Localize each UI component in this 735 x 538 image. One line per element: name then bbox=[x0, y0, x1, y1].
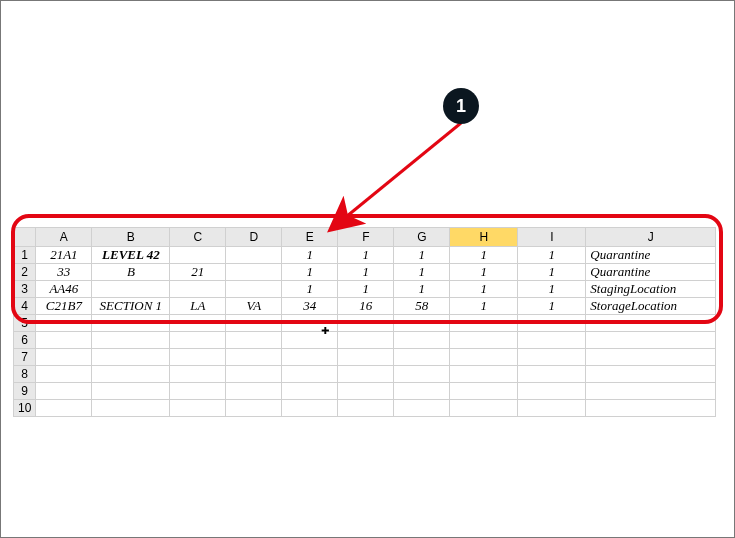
cell-H1[interactable]: 1 bbox=[450, 247, 518, 264]
cell-A5[interactable] bbox=[36, 315, 92, 332]
cell-B10[interactable] bbox=[92, 400, 170, 417]
cell-G6[interactable] bbox=[394, 332, 450, 349]
row-header-7[interactable]: 7 bbox=[14, 349, 36, 366]
cell-E6[interactable] bbox=[282, 332, 338, 349]
row-header-4[interactable]: 4 bbox=[14, 298, 36, 315]
cell-D8[interactable] bbox=[226, 366, 282, 383]
column-header-F[interactable]: F bbox=[338, 228, 394, 247]
cell-A1[interactable]: 21A1 bbox=[36, 247, 92, 264]
cell-C3[interactable] bbox=[170, 281, 226, 298]
cell-J4[interactable]: StorageLocation bbox=[586, 298, 716, 315]
row-header-2[interactable]: 2 bbox=[14, 264, 36, 281]
row-header-1[interactable]: 1 bbox=[14, 247, 36, 264]
cell-D5[interactable] bbox=[226, 315, 282, 332]
cell-C6[interactable] bbox=[170, 332, 226, 349]
cell-E1[interactable]: 1 bbox=[282, 247, 338, 264]
cell-J10[interactable] bbox=[586, 400, 716, 417]
column-header-B[interactable]: B bbox=[92, 228, 170, 247]
cell-I6[interactable] bbox=[518, 332, 586, 349]
row-header-5[interactable]: 5 bbox=[14, 315, 36, 332]
cell-C7[interactable] bbox=[170, 349, 226, 366]
cell-C8[interactable] bbox=[170, 366, 226, 383]
cell-H7[interactable] bbox=[450, 349, 518, 366]
cell-I7[interactable] bbox=[518, 349, 586, 366]
cell-E5[interactable] bbox=[282, 315, 338, 332]
cell-J5[interactable] bbox=[586, 315, 716, 332]
cell-F7[interactable] bbox=[338, 349, 394, 366]
cell-C4[interactable]: LA bbox=[170, 298, 226, 315]
cell-I8[interactable] bbox=[518, 366, 586, 383]
spreadsheet-grid[interactable]: ABCDEFGHIJ 121A1LEVEL 4211111Quarantine2… bbox=[13, 227, 716, 417]
column-header-C[interactable]: C bbox=[170, 228, 226, 247]
select-all-corner[interactable] bbox=[14, 228, 36, 247]
cell-G9[interactable] bbox=[394, 383, 450, 400]
cell-B9[interactable] bbox=[92, 383, 170, 400]
cell-H9[interactable] bbox=[450, 383, 518, 400]
cell-F6[interactable] bbox=[338, 332, 394, 349]
cell-B6[interactable] bbox=[92, 332, 170, 349]
cell-D9[interactable] bbox=[226, 383, 282, 400]
cell-G7[interactable] bbox=[394, 349, 450, 366]
cell-I5[interactable] bbox=[518, 315, 586, 332]
column-header-A[interactable]: A bbox=[36, 228, 92, 247]
cell-B1[interactable]: LEVEL 42 bbox=[92, 247, 170, 264]
cell-I4[interactable]: 1 bbox=[518, 298, 586, 315]
cell-B5[interactable] bbox=[92, 315, 170, 332]
cell-F8[interactable] bbox=[338, 366, 394, 383]
cell-G3[interactable]: 1 bbox=[394, 281, 450, 298]
cell-G8[interactable] bbox=[394, 366, 450, 383]
column-header-G[interactable]: G bbox=[394, 228, 450, 247]
cell-D2[interactable] bbox=[226, 264, 282, 281]
row-header-6[interactable]: 6 bbox=[14, 332, 36, 349]
cell-J2[interactable]: Quarantine bbox=[586, 264, 716, 281]
cell-E2[interactable]: 1 bbox=[282, 264, 338, 281]
cell-F3[interactable]: 1 bbox=[338, 281, 394, 298]
cell-H4[interactable]: 1 bbox=[450, 298, 518, 315]
row-header-9[interactable]: 9 bbox=[14, 383, 36, 400]
cell-G2[interactable]: 1 bbox=[394, 264, 450, 281]
cell-F1[interactable]: 1 bbox=[338, 247, 394, 264]
cell-F5[interactable] bbox=[338, 315, 394, 332]
cell-E4[interactable]: 34 bbox=[282, 298, 338, 315]
cell-J1[interactable]: Quarantine bbox=[586, 247, 716, 264]
cell-H6[interactable] bbox=[450, 332, 518, 349]
column-header-D[interactable]: D bbox=[226, 228, 282, 247]
cell-G4[interactable]: 58 bbox=[394, 298, 450, 315]
cell-H3[interactable]: 1 bbox=[450, 281, 518, 298]
cell-E3[interactable]: 1 bbox=[282, 281, 338, 298]
cell-G1[interactable]: 1 bbox=[394, 247, 450, 264]
cell-I10[interactable] bbox=[518, 400, 586, 417]
cell-A2[interactable]: 33 bbox=[36, 264, 92, 281]
cell-C1[interactable] bbox=[170, 247, 226, 264]
cell-I9[interactable] bbox=[518, 383, 586, 400]
cell-H2[interactable]: 1 bbox=[450, 264, 518, 281]
cell-D1[interactable] bbox=[226, 247, 282, 264]
cell-B3[interactable] bbox=[92, 281, 170, 298]
cell-B7[interactable] bbox=[92, 349, 170, 366]
cell-J6[interactable] bbox=[586, 332, 716, 349]
row-header-10[interactable]: 10 bbox=[14, 400, 36, 417]
column-header-H[interactable]: H bbox=[450, 228, 518, 247]
cell-J8[interactable] bbox=[586, 366, 716, 383]
cell-J7[interactable] bbox=[586, 349, 716, 366]
column-header-J[interactable]: J bbox=[586, 228, 716, 247]
cell-E10[interactable] bbox=[282, 400, 338, 417]
cell-E7[interactable] bbox=[282, 349, 338, 366]
cell-C5[interactable] bbox=[170, 315, 226, 332]
column-header-I[interactable]: I bbox=[518, 228, 586, 247]
cell-A6[interactable] bbox=[36, 332, 92, 349]
cell-C10[interactable] bbox=[170, 400, 226, 417]
cell-I1[interactable]: 1 bbox=[518, 247, 586, 264]
cell-J9[interactable] bbox=[586, 383, 716, 400]
cell-J3[interactable]: StagingLocation bbox=[586, 281, 716, 298]
row-header-8[interactable]: 8 bbox=[14, 366, 36, 383]
cell-B4[interactable]: SECTION 1 bbox=[92, 298, 170, 315]
cell-G5[interactable] bbox=[394, 315, 450, 332]
cell-A7[interactable] bbox=[36, 349, 92, 366]
cell-E9[interactable] bbox=[282, 383, 338, 400]
cell-A8[interactable] bbox=[36, 366, 92, 383]
cell-I3[interactable]: 1 bbox=[518, 281, 586, 298]
cell-E8[interactable] bbox=[282, 366, 338, 383]
cell-A3[interactable]: AA46 bbox=[36, 281, 92, 298]
cell-C9[interactable] bbox=[170, 383, 226, 400]
